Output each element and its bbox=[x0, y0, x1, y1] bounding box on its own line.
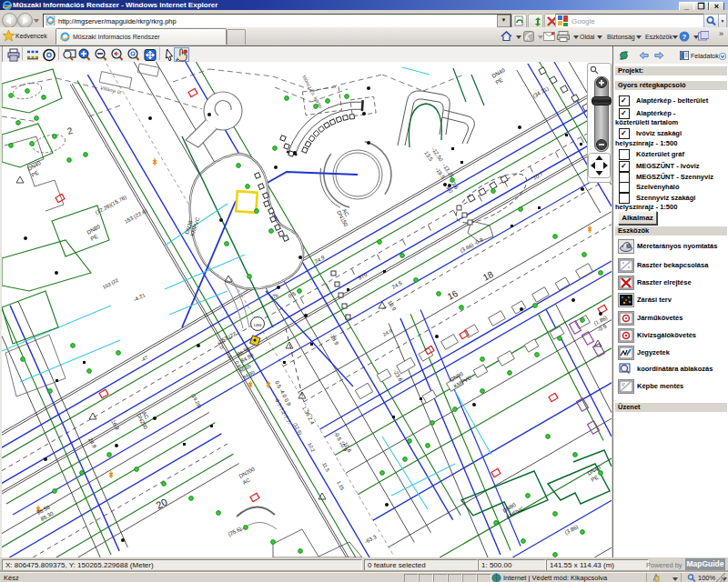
svg-text:11.5: 11.5 bbox=[321, 462, 330, 473]
svg-text:(3.86): (3.86) bbox=[564, 524, 580, 536]
svg-text:-12.50: -12.50 bbox=[430, 146, 444, 163]
svg-text:2: 2 bbox=[66, 125, 75, 136]
svg-text:PE: PE bbox=[591, 475, 600, 483]
svg-text:PE: PE bbox=[90, 234, 99, 242]
svg-text:PE: PE bbox=[495, 77, 504, 85]
svg-text:10.9: 10.9 bbox=[387, 300, 397, 313]
svg-text:153 (22.6): 153 (22.6) bbox=[124, 208, 148, 225]
svg-text:10.2: 10.2 bbox=[307, 442, 316, 453]
svg-text:24.5: 24.5 bbox=[391, 280, 404, 290]
svg-text:(12.26)(15.76): (12.26)(15.76) bbox=[95, 195, 127, 216]
svg-text:(1.86): (1.86) bbox=[593, 315, 609, 326]
svg-text:(25.6): (25.6) bbox=[228, 526, 243, 537]
svg-text:?: ? bbox=[682, 33, 687, 41]
svg-text:(19.26): (19.26) bbox=[190, 393, 203, 409]
svg-text:-4.21: -4.21 bbox=[133, 292, 147, 303]
svg-text:AC: AC bbox=[242, 477, 252, 486]
svg-text:DN40: DN40 bbox=[491, 67, 507, 79]
svg-text:1.36 2.4: 1.36 2.4 bbox=[301, 406, 316, 426]
svg-text:Móricz Zs. körtér: Móricz Zs. körtér bbox=[301, 75, 324, 110]
svg-text:16: 16 bbox=[446, 288, 460, 302]
svg-text:-18.9: -18.9 bbox=[329, 333, 339, 346]
svg-text:18: 18 bbox=[481, 269, 495, 283]
svg-text:1486: 1486 bbox=[254, 323, 263, 327]
svg-text:1.15: 1.15 bbox=[336, 480, 345, 491]
svg-text:-47: -47 bbox=[140, 355, 149, 363]
svg-text:20: 20 bbox=[154, 496, 168, 510]
svg-text:DN40: DN40 bbox=[27, 160, 43, 172]
svg-text:97b: 97b bbox=[269, 292, 279, 301]
svg-text:-63.3: -63.3 bbox=[364, 534, 378, 545]
svg-text:PE: PE bbox=[31, 170, 40, 178]
svg-text:16.9: 16.9 bbox=[110, 419, 120, 432]
svg-text:DN80: DN80 bbox=[86, 224, 102, 236]
svg-text:153 (22: 153 (22 bbox=[102, 277, 119, 290]
